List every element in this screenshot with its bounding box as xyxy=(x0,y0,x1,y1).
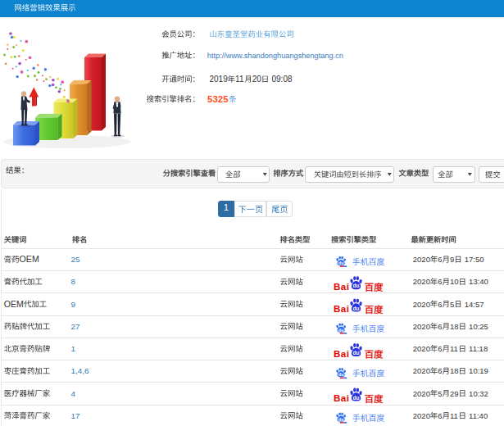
svg-text:2020: 2020 xyxy=(413,344,430,353)
svg-text:6: 6 xyxy=(438,255,442,264)
svg-text:10:32: 10:32 xyxy=(469,389,488,398)
svg-text:11: 11 xyxy=(450,344,458,353)
svg-text:27: 27 xyxy=(71,322,80,331)
svg-text:9: 9 xyxy=(450,255,454,264)
svg-text:17:50: 17:50 xyxy=(465,255,484,264)
svg-text:Bai: Bai xyxy=(334,281,350,292)
svg-text:2020: 2020 xyxy=(413,389,430,398)
svg-text:Bai: Bai xyxy=(334,348,350,359)
svg-text:6: 6 xyxy=(438,411,442,420)
svg-text:5: 5 xyxy=(450,300,454,309)
svg-text:OEM: OEM xyxy=(20,254,39,264)
svg-text:6: 6 xyxy=(438,300,442,309)
svg-text:OEM: OEM xyxy=(4,299,24,309)
svg-text:09:08: 09:08 xyxy=(272,75,293,84)
svg-text:2020: 2020 xyxy=(413,366,430,375)
svg-text:8: 8 xyxy=(71,277,76,286)
svg-text:25: 25 xyxy=(71,255,80,264)
svg-text:6: 6 xyxy=(438,344,442,353)
svg-text:6: 6 xyxy=(438,277,442,286)
svg-text:10: 10 xyxy=(450,277,459,286)
svg-text:18: 18 xyxy=(450,322,459,331)
svg-text:11:40: 11:40 xyxy=(469,411,488,420)
svg-text:13:40: 13:40 xyxy=(469,277,488,286)
svg-text:11: 11 xyxy=(450,411,458,420)
svg-text:2020: 2020 xyxy=(413,411,430,420)
svg-text:11:18: 11:18 xyxy=(469,344,488,353)
svg-text:http://www.shandonghuangshengt: http://www.shandonghuangshengtang.cn xyxy=(207,52,343,60)
svg-text:20: 20 xyxy=(252,75,262,84)
svg-text:18: 18 xyxy=(450,366,459,375)
svg-text:Bai: Bai xyxy=(334,392,350,403)
svg-text:10:25: 10:25 xyxy=(469,322,488,331)
svg-text:2020: 2020 xyxy=(413,322,430,331)
svg-text:10:19: 10:19 xyxy=(469,366,488,375)
svg-text:14:57: 14:57 xyxy=(465,300,484,309)
svg-text:6: 6 xyxy=(438,322,442,331)
svg-text:29: 29 xyxy=(450,389,459,398)
svg-text:2019: 2019 xyxy=(210,75,229,84)
svg-text:2020: 2020 xyxy=(413,300,430,309)
svg-text:6: 6 xyxy=(438,366,442,375)
svg-text:11: 11 xyxy=(235,75,244,84)
svg-text:5325: 5325 xyxy=(207,94,229,104)
svg-text:1,4,6: 1,4,6 xyxy=(71,366,89,375)
svg-text:2020: 2020 xyxy=(413,277,430,286)
svg-text:1: 1 xyxy=(224,202,229,212)
svg-text:5: 5 xyxy=(438,389,442,398)
svg-text:4: 4 xyxy=(71,389,76,398)
svg-text:1: 1 xyxy=(71,344,76,353)
svg-text:2020: 2020 xyxy=(413,255,430,264)
svg-text:9: 9 xyxy=(71,300,76,309)
svg-text:17: 17 xyxy=(71,411,80,420)
svg-text:Bai: Bai xyxy=(334,303,350,314)
